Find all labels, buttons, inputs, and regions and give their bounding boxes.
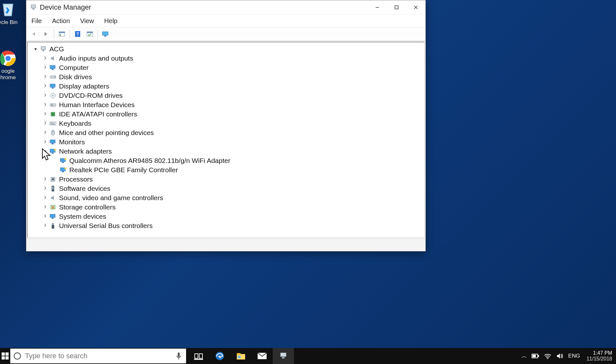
microphone-icon[interactable] (171, 352, 186, 360)
expand-arrow-icon[interactable] (42, 83, 48, 89)
expand-arrow-icon[interactable] (42, 121, 48, 126)
menu-help[interactable]: Help (104, 16, 118, 26)
svg-rect-25 (50, 84, 55, 87)
start-button[interactable] (0, 348, 10, 364)
expand-arrow-icon[interactable] (42, 176, 48, 182)
show-hide-tree-button[interactable] (56, 29, 68, 39)
tree-category[interactable]: Storage controllers (29, 202, 423, 212)
menu-action[interactable]: Action (51, 16, 71, 26)
help-button[interactable]: ? (72, 29, 83, 39)
expand-arrow-icon[interactable] (42, 214, 48, 219)
clock-date: 11/15/2018 (586, 356, 612, 362)
expand-arrow-icon[interactable] (42, 65, 48, 70)
menubar: File Action View Help (26, 15, 425, 27)
scan-hardware-button[interactable] (84, 29, 96, 39)
titlebar[interactable]: Device Manager (26, 0, 425, 15)
svg-rect-18 (104, 36, 106, 37)
menu-file[interactable]: File (31, 16, 42, 26)
search-box[interactable] (10, 349, 186, 363)
expand-arrow-icon[interactable] (42, 148, 48, 154)
cortana-icon[interactable] (10, 352, 24, 360)
volume-icon[interactable] (556, 353, 564, 359)
tree-category[interactable]: Monitors (29, 137, 423, 147)
taskbar-app-edge[interactable] (209, 348, 230, 364)
tree-device[interactable]: Realtek PCIe GBE Family Controller (29, 165, 423, 174)
expand-arrow-icon[interactable] (42, 186, 48, 191)
tree-category[interactable]: Keyboards (29, 119, 423, 128)
recycle-bin-icon (0, 1, 16, 18)
forward-button[interactable] (40, 29, 52, 39)
tree-category[interactable]: Mice and other pointing devices (29, 128, 423, 137)
device-type-icon (49, 204, 56, 211)
tree-category[interactable]: DVD/CD-ROM drives (29, 91, 423, 100)
menu-view[interactable]: View (80, 16, 95, 26)
device-type-icon (49, 120, 56, 127)
device-type-icon (49, 55, 56, 62)
wifi-icon[interactable] (544, 353, 552, 359)
expand-arrow-icon[interactable] (42, 102, 48, 107)
device-type-icon (49, 176, 56, 183)
maximize-button[interactable] (387, 0, 406, 14)
back-button[interactable] (28, 29, 40, 39)
tree-category[interactable]: Human Interface Devices (29, 100, 423, 109)
expand-arrow-icon[interactable] (33, 46, 38, 52)
svg-rect-73 (238, 356, 241, 358)
device-tree[interactable]: ACG Audio inputs and outputsComputerDisk… (27, 42, 425, 238)
device-manager-icon (30, 4, 37, 11)
tree-category[interactable]: Processors (29, 174, 423, 184)
tree-category-label: Universal Serial Bus controllers (59, 222, 153, 230)
monitor-button[interactable] (100, 29, 111, 39)
desktop-icon-recycle-bin[interactable]: ycle Bin (0, 1, 22, 26)
expand-arrow-icon[interactable] (42, 130, 48, 135)
device-type-icon (49, 129, 56, 136)
taskbar-app-device-manager[interactable] (273, 348, 294, 364)
tray-overflow-button[interactable]: ︿ (521, 352, 527, 360)
tree-category[interactable]: System devices (29, 212, 423, 221)
svg-rect-72 (237, 353, 241, 355)
tree-category[interactable]: Sound, video and game controllers (29, 193, 423, 202)
svg-point-24 (55, 76, 56, 77)
tree-category[interactable]: Software devices (29, 184, 423, 193)
expand-arrow-icon[interactable] (42, 74, 48, 80)
svg-rect-37 (51, 124, 55, 124)
tree-device-label: Qualcomm Atheros AR9485 802.11b/g/n WiFi… (69, 157, 230, 165)
search-input[interactable] (24, 348, 171, 364)
tree-category[interactable]: IDE ATA/ATAPI controllers (29, 109, 423, 119)
expand-arrow-icon[interactable] (42, 204, 48, 210)
expand-arrow-icon[interactable] (42, 55, 48, 61)
expand-arrow-icon[interactable] (42, 223, 48, 228)
svg-rect-6 (395, 6, 398, 9)
device-type-icon (49, 148, 56, 155)
tree-category[interactable]: Disk drives (29, 72, 423, 81)
taskbar-app-mail[interactable] (252, 348, 273, 364)
device-type-icon (49, 111, 56, 118)
expand-arrow-icon[interactable] (42, 93, 48, 98)
svg-rect-40 (50, 140, 55, 143)
taskbar-app-file-explorer[interactable] (230, 348, 252, 364)
tree-category-label: System devices (59, 213, 106, 220)
device-manager-window: Device Manager File Action View Help ? A… (26, 0, 426, 251)
tree-category[interactable]: Audio inputs and outputs (29, 54, 423, 63)
desktop-icon-chrome[interactable]: ooglehrome (0, 50, 22, 81)
taskbar-clock[interactable]: 1:47 PM 11/15/2018 (583, 350, 616, 362)
svg-rect-22 (52, 69, 54, 70)
svg-rect-52 (52, 178, 54, 180)
tree-root[interactable]: ACG (29, 44, 423, 54)
tree-category[interactable]: Computer (29, 63, 423, 72)
minimize-button[interactable] (368, 0, 387, 14)
tree-device[interactable]: Qualcomm Atheros AR9485 802.11b/g/n WiFi… (29, 156, 423, 165)
language-indicator[interactable]: ENG (568, 353, 580, 359)
svg-rect-43 (52, 153, 54, 154)
svg-rect-19 (41, 47, 46, 50)
expand-arrow-icon[interactable] (42, 139, 48, 145)
battery-icon[interactable] (532, 353, 539, 359)
tree-category[interactable]: Universal Serial Bus controllers (29, 221, 423, 230)
tree-category[interactable]: Display adapters (29, 81, 423, 91)
svg-rect-4 (32, 8, 34, 10)
svg-rect-67 (195, 354, 198, 358)
task-view-button[interactable] (188, 348, 209, 364)
expand-arrow-icon[interactable] (42, 195, 48, 200)
tree-category[interactable]: Network adapters (29, 147, 423, 156)
expand-arrow-icon[interactable] (42, 111, 48, 117)
close-button[interactable] (406, 0, 425, 14)
